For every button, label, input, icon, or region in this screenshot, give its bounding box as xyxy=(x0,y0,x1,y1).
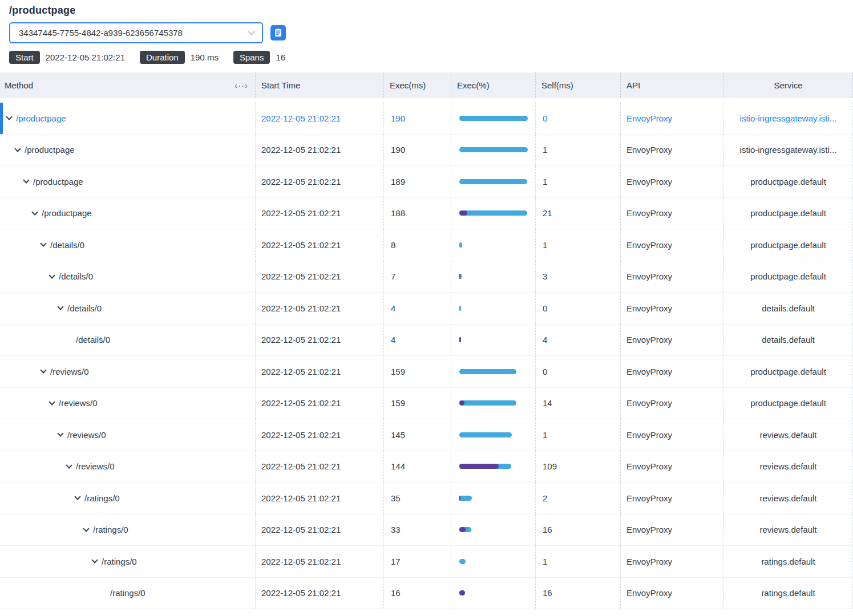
chevron-down-icon[interactable] xyxy=(6,114,12,120)
exec-percent-bar xyxy=(459,306,528,311)
exec-bar xyxy=(459,179,527,184)
trace-id-select[interactable]: 34347445-7755-4842-a939-623656745378 xyxy=(9,22,263,43)
chevron-down-icon[interactable] xyxy=(48,399,55,405)
span-exec-ms: 188 xyxy=(383,198,451,229)
chevron-down-icon[interactable] xyxy=(48,272,55,278)
span-exec-ms: 189 xyxy=(383,166,451,197)
span-self-ms: 1 xyxy=(535,419,620,451)
column-header-method: Method ‹··› xyxy=(0,72,255,98)
chevron-down-icon[interactable] xyxy=(40,367,46,374)
span-start-time: 2022-12-05 21:02:21 xyxy=(255,261,383,293)
trace-span-row[interactable]: /ratings/0 2022-12-05 21:02:21 17 1 Envo… xyxy=(0,546,853,578)
trace-span-row[interactable]: /ratings/0 2022-12-05 21:02:21 35 2 Envo… xyxy=(0,483,853,514)
trace-span-row[interactable]: /details/0 2022-12-05 21:02:21 4 0 Envoy… xyxy=(0,293,853,325)
document-list-icon xyxy=(273,28,283,38)
span-start-time: 2022-12-05 21:02:21 xyxy=(255,135,383,166)
chevron-down-icon xyxy=(248,28,255,35)
span-start-time: 2022-12-05 21:02:21 xyxy=(255,546,383,577)
exec-bar xyxy=(459,400,516,406)
trace-span-row[interactable]: /productpage 2022-12-05 21:02:21 189 1 E… xyxy=(0,166,853,198)
trace-span-row[interactable]: /reviews/0 2022-12-05 21:02:21 159 0 Env… xyxy=(0,356,853,388)
self-bar xyxy=(459,464,499,469)
span-service: istio-ingressgateway.isti... xyxy=(740,114,837,123)
span-method-label: /productpage xyxy=(16,114,66,123)
trace-span-row[interactable]: /productpage 2022-12-05 21:02:21 190 1 E… xyxy=(0,135,853,167)
exec-bar xyxy=(459,242,462,248)
chevron-down-icon[interactable] xyxy=(83,525,89,532)
exec-percent-bar xyxy=(459,179,528,184)
span-self-ms: 0 xyxy=(535,103,620,134)
exec-percent-bar xyxy=(459,116,528,121)
span-api: EnvoyProxy xyxy=(620,578,723,609)
exec-percent-bar xyxy=(459,274,528,279)
span-service: productpage.default xyxy=(750,398,826,408)
span-start-time: 2022-12-05 21:02:21 xyxy=(255,325,383,356)
span-service: details.default xyxy=(762,335,815,345)
span-exec-ms: 7 xyxy=(383,261,451,293)
column-resize-icon[interactable]: ‹··› xyxy=(235,80,248,90)
exec-bar xyxy=(459,116,528,121)
span-service: ratings.default xyxy=(761,588,815,598)
trace-span-row[interactable]: /productpage 2022-12-05 21:02:21 188 21 … xyxy=(0,198,853,230)
chevron-down-icon[interactable] xyxy=(23,177,29,184)
span-start-time: 2022-12-05 21:02:21 xyxy=(255,451,383,483)
span-start-time: 2022-12-05 21:02:21 xyxy=(255,229,383,261)
span-method-label: /productpage xyxy=(25,145,75,155)
span-service: ratings.default xyxy=(761,557,815,566)
trace-span-row[interactable]: /reviews/0 2022-12-05 21:02:21 144 109 E… xyxy=(0,451,853,483)
chevron-down-icon[interactable] xyxy=(91,557,98,564)
exec-percent-bar xyxy=(459,527,528,532)
duration-value: 190 ms xyxy=(191,52,219,62)
span-exec-percent-cell xyxy=(451,229,535,261)
span-self-ms: 0 xyxy=(535,293,620,324)
span-self-ms: 16 xyxy=(535,514,620,546)
span-self-ms: 2 xyxy=(535,483,620,514)
span-exec-percent-cell xyxy=(451,578,535,609)
trace-span-row[interactable]: /reviews/0 2022-12-05 21:02:21 159 14 En… xyxy=(0,388,853,420)
span-api: EnvoyProxy xyxy=(620,166,723,197)
span-exec-percent-cell xyxy=(451,356,535,387)
chevron-down-icon[interactable] xyxy=(57,431,63,437)
span-start-time: 2022-12-05 21:02:21 xyxy=(255,293,383,324)
exec-bar xyxy=(459,369,516,374)
chevron-down-icon[interactable] xyxy=(31,209,38,215)
span-self-ms: 3 xyxy=(535,261,620,293)
span-start-time: 2022-12-05 21:02:21 xyxy=(255,356,383,387)
exec-percent-bar xyxy=(459,590,528,595)
span-start-time: 2022-12-05 21:02:21 xyxy=(255,419,383,451)
exec-percent-bar xyxy=(459,210,528,216)
span-service: reviews.default xyxy=(759,461,816,471)
span-api: EnvoyProxy xyxy=(620,198,723,229)
span-method-label: /productpage xyxy=(33,177,83,187)
exec-bar xyxy=(459,210,527,216)
chevron-down-icon[interactable] xyxy=(14,145,21,152)
span-method-label: /details/0 xyxy=(76,335,110,345)
trace-span-row[interactable]: /productpage 2022-12-05 21:02:21 190 0 E… xyxy=(0,103,853,135)
trace-table-body: /productpage 2022-12-05 21:02:21 190 0 E… xyxy=(0,103,853,609)
exec-bar xyxy=(459,432,512,437)
chevron-down-icon[interactable] xyxy=(66,462,72,468)
trace-span-row[interactable]: /details/0 2022-12-05 21:02:21 4 4 Envoy… xyxy=(0,325,853,356)
spans-badge: Spans xyxy=(233,51,270,64)
span-api: EnvoyProxy xyxy=(620,451,723,483)
exec-bar xyxy=(459,496,472,501)
span-api: EnvoyProxy xyxy=(620,135,723,166)
trace-list-icon-button[interactable] xyxy=(270,25,286,40)
chevron-down-icon[interactable] xyxy=(74,494,80,500)
span-exec-percent-cell xyxy=(451,198,535,229)
trace-span-row[interactable]: /details/0 2022-12-05 21:02:21 8 1 Envoy… xyxy=(0,229,853,261)
trace-span-row[interactable]: /ratings/0 2022-12-05 21:02:21 33 16 Env… xyxy=(0,514,853,546)
exec-bar xyxy=(459,306,461,311)
exec-bar xyxy=(459,559,466,564)
span-exec-ms: 159 xyxy=(383,356,451,387)
trace-span-row[interactable]: /details/0 2022-12-05 21:02:21 7 3 Envoy… xyxy=(0,261,853,293)
span-exec-percent-cell xyxy=(451,261,535,293)
self-bar xyxy=(459,496,460,501)
chevron-down-icon[interactable] xyxy=(57,304,63,310)
span-method-label: /ratings/0 xyxy=(93,525,128,534)
exec-percent-bar xyxy=(459,242,528,248)
trace-span-row[interactable]: /reviews/0 2022-12-05 21:02:21 145 1 Env… xyxy=(0,419,853,451)
chevron-down-icon[interactable] xyxy=(40,241,46,247)
trace-span-row[interactable]: /ratings/0 2022-12-05 21:02:21 16 16 Env… xyxy=(0,578,853,610)
span-exec-percent-cell xyxy=(451,166,535,197)
